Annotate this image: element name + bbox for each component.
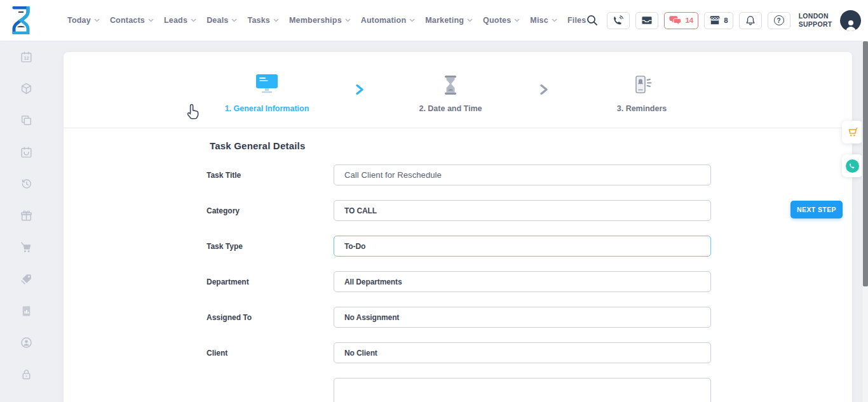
task-type-select[interactable] bbox=[334, 236, 711, 257]
task-title-input[interactable] bbox=[334, 164, 711, 185]
chevron-down-icon bbox=[148, 18, 154, 22]
svg-text:12: 12 bbox=[24, 55, 29, 61]
sidebar-cart-icon[interactable] bbox=[19, 240, 33, 254]
wizard-step-label: 1. General Information bbox=[191, 104, 343, 113]
phone-float-button[interactable] bbox=[842, 154, 863, 177]
sidebar-tags-icon[interactable] bbox=[19, 272, 33, 286]
chevron-down-icon bbox=[191, 18, 196, 22]
inbox-button[interactable] bbox=[635, 12, 658, 29]
nav-item-files[interactable]: Files bbox=[567, 16, 587, 25]
department-select[interactable] bbox=[334, 271, 711, 292]
nav-item-marketing[interactable]: Marketing bbox=[425, 16, 473, 25]
notes-textarea[interactable] bbox=[334, 378, 711, 402]
department-label: Department bbox=[207, 278, 334, 286]
wizard-step-date-and-time[interactable]: 2. Date and Time bbox=[374, 71, 527, 113]
field-row-client: Client bbox=[207, 342, 852, 363]
wizard-step-general-information[interactable]: 1. General Information bbox=[191, 71, 343, 113]
floating-action-panel bbox=[842, 121, 863, 177]
notifications-button[interactable] bbox=[739, 12, 762, 29]
sidebar-products-cube-icon[interactable] bbox=[19, 81, 33, 95]
field-row-assigned-to: Assigned To bbox=[207, 307, 852, 328]
chevron-down-icon bbox=[552, 18, 557, 22]
monitor-icon bbox=[191, 71, 343, 95]
search-icon[interactable] bbox=[586, 14, 599, 27]
sidebar-gift-icon[interactable] bbox=[19, 208, 33, 222]
nav-item-leads[interactable]: Leads bbox=[164, 16, 196, 25]
wizard-step-label: 2. Date and Time bbox=[374, 104, 527, 113]
sidebar-lock-icon[interactable] bbox=[19, 367, 33, 381]
storefront-icon bbox=[709, 15, 721, 25]
page-scrollbar-track[interactable] bbox=[862, 41, 868, 402]
client-select[interactable] bbox=[334, 342, 711, 363]
category-label: Category bbox=[207, 206, 334, 215]
assigned-to-label: Assigned To bbox=[207, 313, 334, 322]
wizard-step-reminders[interactable]: 3. Reminders bbox=[566, 71, 718, 113]
bell-icon bbox=[745, 15, 756, 26]
chevron-down-icon bbox=[273, 18, 279, 22]
nav-item-deals[interactable]: Deals bbox=[207, 16, 237, 25]
chevron-down-icon bbox=[467, 18, 473, 22]
chevron-down-icon bbox=[514, 18, 520, 22]
store-count-badge: 8 bbox=[724, 17, 728, 24]
chat-count-badge: 14 bbox=[685, 17, 693, 24]
field-row-task-title: Task Title bbox=[207, 164, 852, 185]
sidebar-copy-icon[interactable] bbox=[19, 113, 33, 127]
nav-item-automation[interactable]: Automation bbox=[361, 16, 415, 25]
field-row-notes: Notes bbox=[207, 378, 852, 402]
nav-item-contacts[interactable]: Contacts bbox=[110, 16, 154, 25]
store-button[interactable]: 8 bbox=[704, 12, 733, 29]
person-icon bbox=[844, 18, 858, 31]
wizard-arrow-icon bbox=[539, 84, 549, 95]
nav-item-tasks[interactable]: Tasks bbox=[247, 16, 279, 25]
cart-icon bbox=[846, 126, 859, 138]
next-step-button[interactable]: NEXT STEP bbox=[790, 201, 843, 218]
phone-waves-icon bbox=[613, 15, 624, 25]
sidebar-user-icon[interactable] bbox=[19, 335, 33, 349]
question-mark-icon: ? bbox=[774, 15, 784, 25]
wizard-step-label: 3. Reminders bbox=[566, 104, 718, 113]
chevron-down-icon bbox=[409, 18, 415, 22]
user-avatar[interactable] bbox=[840, 10, 861, 31]
header-actions: 14 8 ? bbox=[586, 10, 861, 31]
category-select[interactable] bbox=[334, 200, 711, 221]
task-general-form: Task General Details Task Title Category… bbox=[64, 128, 852, 402]
account-name: LONDON SUPPORT bbox=[799, 12, 832, 29]
field-row-category: Category bbox=[207, 200, 852, 221]
nav-item-memberships[interactable]: Memberships bbox=[289, 16, 351, 25]
cart-float-button[interactable] bbox=[842, 121, 863, 144]
form-title: Task General Details bbox=[210, 140, 852, 151]
help-button[interactable]: ? bbox=[768, 12, 790, 29]
field-row-task-type: Task Type bbox=[207, 236, 852, 257]
chat-notifications-button[interactable]: 14 bbox=[664, 12, 698, 29]
app-logo-hourglass-icon[interactable] bbox=[9, 6, 33, 35]
client-label: Client bbox=[207, 349, 334, 358]
sidebar-calendar-icon[interactable]: 12 bbox=[19, 50, 33, 64]
sidebar-calendar-import-icon[interactable] bbox=[19, 145, 33, 159]
task-title-label: Task Title bbox=[207, 171, 334, 180]
nav-item-quotes[interactable]: Quotes bbox=[483, 16, 520, 25]
chevron-down-icon bbox=[94, 18, 100, 22]
task-wizard-card: 1. General Information 2. Date and Time bbox=[64, 52, 852, 402]
main-nav: Today Contacts Leads Deals Tasks Members… bbox=[67, 16, 586, 25]
call-button[interactable] bbox=[607, 12, 630, 29]
inbox-icon bbox=[641, 15, 653, 25]
reminder-alarm-icon bbox=[566, 71, 718, 95]
page-scrollbar-thumb[interactable] bbox=[863, 41, 868, 286]
hourglass-icon bbox=[374, 71, 527, 95]
top-header: Today Contacts Leads Deals Tasks Members… bbox=[0, 0, 868, 41]
nav-item-misc[interactable]: Misc bbox=[530, 16, 557, 25]
task-type-label: Task Type bbox=[207, 242, 334, 251]
chevron-down-icon bbox=[231, 18, 237, 22]
assigned-to-select[interactable] bbox=[334, 307, 711, 328]
left-sidebar: 12 bbox=[0, 41, 52, 402]
sidebar-history-icon[interactable] bbox=[19, 177, 33, 191]
chat-bubbles-icon bbox=[669, 15, 682, 25]
wizard-steps: 1. General Information 2. Date and Time bbox=[64, 52, 852, 128]
nav-item-today[interactable]: Today bbox=[67, 16, 100, 25]
field-row-department: Department bbox=[207, 271, 852, 292]
chevron-down-icon bbox=[345, 18, 351, 22]
phone-icon bbox=[846, 159, 859, 173]
wizard-arrow-icon bbox=[355, 84, 365, 95]
app-root: Today Contacts Leads Deals Tasks Members… bbox=[0, 0, 868, 402]
sidebar-report-icon[interactable] bbox=[19, 304, 33, 318]
